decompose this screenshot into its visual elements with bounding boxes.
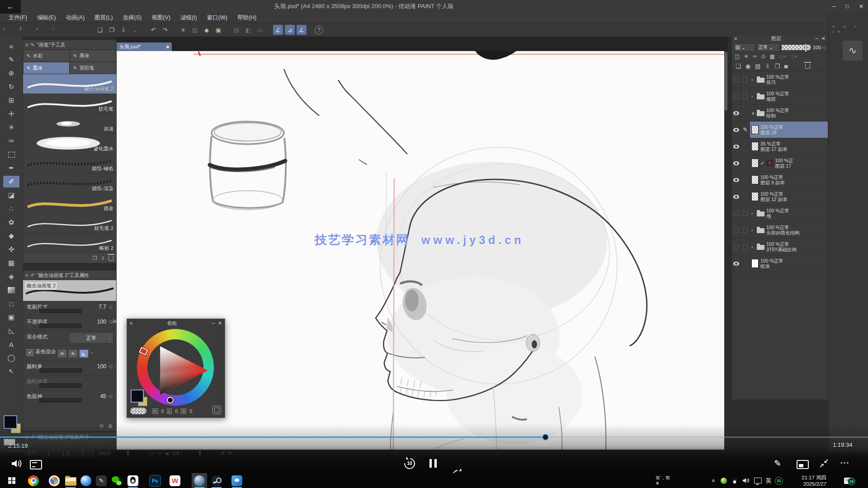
eye-icon[interactable] — [733, 145, 739, 149]
expand-icon[interactable]: › — [751, 244, 755, 249]
hls-toggle[interactable]: H — [152, 408, 158, 414]
tray-qq[interactable] — [730, 473, 740, 488]
collapse-icon[interactable]: ∨ — [751, 111, 755, 116]
taskbar-app-wechat[interactable] — [109, 473, 124, 488]
layer-row[interactable]: ∨100 %正常绘制 — [732, 105, 828, 122]
import-brush-icon[interactable]: ⇩ — [101, 255, 105, 261]
layer-content[interactable]: ∨100 %正常绘制 — [750, 105, 828, 121]
spinner-icon[interactable]: ◇ — [109, 304, 113, 309]
expand-icon[interactable]: › — [751, 211, 755, 216]
brush-group-tab[interactable]: ✎宽铅笔 — [70, 62, 116, 74]
panel-menu-icon[interactable]: ≡ — [734, 36, 737, 41]
property-extra-icon[interactable]: ▣ — [113, 319, 117, 324]
select-2-icon[interactable]: ◧ — [243, 25, 253, 35]
layer-row[interactable]: ›100 %正常3T5Y基础比例 — [732, 239, 828, 255]
menu-item[interactable]: 选择(S) — [118, 12, 147, 23]
curve-ruler-button[interactable]: ∿ — [842, 40, 863, 61]
empty-checkbox[interactable] — [734, 77, 739, 82]
menu-item[interactable]: 视图(V) — [146, 12, 175, 23]
eye-icon[interactable] — [733, 161, 739, 165]
new-folder-icon[interactable]: ▤ — [755, 63, 760, 70]
tray-calendar[interactable]: 31 — [774, 473, 784, 488]
brush-item[interactable]: 渗化墨水 — [23, 134, 116, 154]
panel-menu-icon[interactable]: ≡ — [25, 272, 28, 278]
empty-checkbox[interactable] — [734, 94, 739, 99]
layer-content[interactable]: 100 %正常纸张 — [750, 255, 828, 272]
move-tool[interactable]: ✛ — [3, 108, 19, 120]
draft-layer-icon[interactable]: ✑ — [752, 53, 757, 60]
blend-mode-dropdown[interactable]: 正常⌄ — [757, 43, 779, 52]
layer-visibility-cell[interactable] — [732, 71, 741, 88]
taskbar-app-clip-studio[interactable]: ✎ — [94, 473, 109, 488]
menu-item[interactable]: 动画(A) — [61, 12, 90, 23]
foreground-color-swatch[interactable] — [131, 389, 144, 403]
taskbar-app-quark-browser[interactable] — [78, 473, 94, 488]
brush-item[interactable]: 略粗 2 — [23, 233, 116, 253]
rotate-canvas-tool[interactable]: ↻ — [3, 81, 19, 93]
layer-visibility-cell[interactable] — [732, 138, 741, 155]
layer-visibility-cell[interactable] — [732, 188, 741, 205]
copy-brush-icon[interactable]: ❐ — [93, 255, 97, 261]
transparent-color-swatch[interactable] — [130, 408, 146, 414]
hue-marker[interactable] — [139, 347, 148, 356]
panel-menu-icon[interactable]: ≡ — [25, 42, 28, 47]
menu-item[interactable]: 编辑(E) — [32, 12, 61, 23]
save-dropdown-icon[interactable]: ⌄ — [130, 25, 140, 35]
palette-dropdown[interactable]: ⌄ — [734, 43, 755, 52]
mix-mode-button[interactable]: ≋ — [57, 349, 67, 358]
layer-visibility-cell[interactable] — [732, 122, 741, 138]
layer-row[interactable]: 100 %正常图层 12 副本 — [732, 188, 828, 205]
spin-icon[interactable]: ✳ — [178, 25, 188, 35]
volume-button[interactable] — [11, 459, 23, 468]
crop-frame-icon[interactable]: ▣ — [213, 25, 223, 35]
merge-down-icon[interactable]: ❐ — [774, 63, 780, 70]
maximize-button[interactable]: □ — [846, 3, 849, 9]
panel-collapse-marks[interactable]: « ‖ « ‹ — [3, 26, 61, 31]
document-tab[interactable]: 头颈.psd* — [117, 42, 172, 51]
symmetry-icon[interactable]: ◆ — [202, 25, 212, 35]
switch-panel-button[interactable] — [212, 406, 221, 414]
blend-tool[interactable]: ◆ — [3, 230, 19, 242]
layer-content[interactable]: ›100 %正常头部的简化结构 — [750, 222, 828, 238]
menu-item[interactable]: 帮助(H) — [232, 12, 261, 23]
current-tool-pen[interactable]: ✎ — [3, 54, 19, 66]
layer-content[interactable]: 100 %正常图层 18 — [750, 122, 828, 138]
layer-content[interactable]: ›100 %正常颅 — [750, 205, 828, 221]
layer-row[interactable]: ✎100 %正常图层 18 — [732, 122, 828, 138]
fit-screen-button[interactable]: ■ — [166, 451, 169, 456]
gradient-tool[interactable] — [3, 284, 19, 296]
snap-guide-icon[interactable]: ∠ — [297, 25, 307, 35]
layer-content[interactable]: ✓✕100 %正图层 17 — [750, 155, 828, 171]
layer-opacity-slider[interactable] — [781, 44, 811, 51]
delete-layer-icon[interactable] — [805, 64, 810, 69]
eyedropper-tool[interactable]: ✑ — [3, 135, 19, 147]
lock-layer-icon[interactable]: ⊙ — [761, 53, 765, 60]
notification-center-button[interactable]: 19 — [839, 473, 857, 488]
hue-ring[interactable] — [137, 329, 214, 406]
spinner-icon[interactable]: ◇ — [109, 364, 113, 369]
grid-tool[interactable]: ▦ — [3, 257, 19, 269]
rotate-ccw-button[interactable]: ↺ — [220, 450, 224, 456]
tray-language[interactable]: 英 — [764, 473, 773, 488]
stream-line-tool[interactable]: ↖ — [3, 366, 19, 377]
layer-visibility-cell[interactable] — [732, 205, 741, 221]
close-button[interactable]: ✕ — [859, 3, 863, 9]
empty-checkbox[interactable] — [734, 228, 739, 233]
layer-row[interactable]: ›100 %正常颈部 — [732, 88, 828, 105]
snap-ruler-icon[interactable]: ∠ — [273, 25, 283, 35]
panel-menu-icon[interactable]: ≡ — [130, 320, 132, 326]
close-icon[interactable]: ✕ — [821, 36, 826, 42]
zoom-in-button[interactable]: ＋ — [157, 450, 162, 457]
new-vector-layer-icon[interactable]: ◉ — [745, 63, 750, 70]
layer-row[interactable]: ✓✕100 %正图层 17 — [732, 155, 828, 172]
annotate-button[interactable]: ✎ — [774, 458, 781, 469]
opacity-spinner[interactable]: ◇ — [823, 45, 826, 50]
video-progress-remaining[interactable] — [545, 436, 868, 438]
marquee-tool[interactable] — [3, 149, 19, 160]
tray-display[interactable] — [752, 473, 763, 488]
layer-row[interactable]: ›100 %正常头部的简化结构 — [732, 222, 828, 239]
zoom-tool[interactable]: ⊕ — [3, 67, 19, 79]
expand-icon[interactable]: › — [751, 228, 755, 233]
layer-content[interactable]: ›100 %正常3T5Y基础比例 — [750, 239, 828, 255]
redo-icon[interactable]: ↷ — [160, 25, 170, 35]
